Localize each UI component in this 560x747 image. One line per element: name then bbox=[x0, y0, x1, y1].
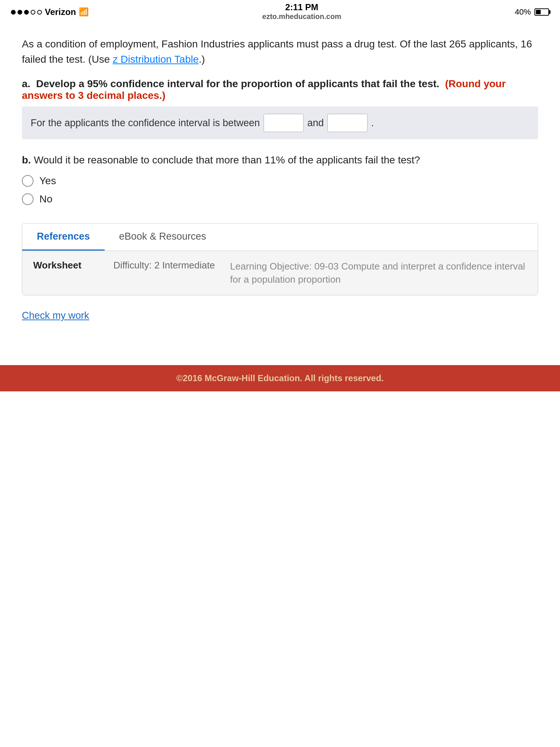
part-b: b. Would it be reasonable to conclude th… bbox=[22, 152, 538, 205]
part-b-text: b. Would it be reasonable to conclude th… bbox=[22, 152, 538, 168]
footer-text: ©2016 McGraw-Hill Education. All rights … bbox=[176, 373, 384, 383]
radio-no-option[interactable]: No bbox=[22, 193, 538, 205]
radio-yes-label: Yes bbox=[39, 175, 56, 187]
answer-row: For the applicants the confidence interv… bbox=[22, 107, 538, 139]
signal-dot-4 bbox=[31, 10, 35, 15]
signal-dot-3 bbox=[24, 10, 29, 15]
answer-and: and bbox=[307, 117, 324, 129]
signal-dot-2 bbox=[18, 10, 22, 15]
radio-yes-button[interactable] bbox=[22, 175, 34, 187]
wifi-icon: 📶 bbox=[79, 7, 89, 17]
status-center: 2:11 PM ezto.mheducation.com bbox=[262, 2, 341, 22]
intro-end: .) bbox=[199, 54, 205, 65]
z-distribution-link[interactable]: z Distribution Table bbox=[113, 54, 199, 65]
part-a: a. Develop a 95% confidence interval for… bbox=[22, 78, 538, 139]
battery-fill bbox=[536, 10, 541, 14]
tabs-bar: References eBook & Resources bbox=[22, 224, 538, 251]
url-display: ezto.mheducation.com bbox=[262, 12, 341, 22]
main-content: As a condition of employment, Fashion In… bbox=[0, 22, 560, 336]
answer-row-text: For the applicants the confidence interv… bbox=[31, 117, 260, 129]
check-work-link[interactable]: Check my work bbox=[22, 310, 89, 321]
worksheet-label: Worksheet bbox=[33, 260, 99, 271]
confidence-lower-input[interactable] bbox=[264, 114, 304, 132]
tab-content-references: Worksheet Difficulty: 2 Intermediate Lea… bbox=[22, 251, 538, 295]
battery-container bbox=[534, 8, 549, 16]
radio-no-label: No bbox=[39, 193, 52, 205]
worksheet-difficulty: Difficulty: 2 Intermediate bbox=[113, 260, 215, 271]
radio-yes-option[interactable]: Yes bbox=[22, 175, 538, 187]
tab-ebook[interactable]: eBook & Resources bbox=[105, 224, 221, 251]
signal-dot-1 bbox=[11, 10, 16, 15]
check-work: Check my work bbox=[22, 310, 538, 321]
question-intro: As a condition of employment, Fashion In… bbox=[22, 36, 538, 67]
signal-dot-5 bbox=[37, 10, 42, 15]
battery-icon bbox=[534, 8, 549, 16]
tab-references[interactable]: References bbox=[22, 224, 105, 251]
status-bar: Verizon 📶 2:11 PM ezto.mheducation.com 4… bbox=[0, 0, 560, 22]
references-section: References eBook & Resources Worksheet D… bbox=[22, 223, 538, 295]
intro-text: As a condition of employment, Fashion In… bbox=[22, 38, 532, 65]
part-a-label: a. Develop a 95% confidence interval for… bbox=[22, 78, 538, 101]
battery-percent: 40% bbox=[515, 7, 531, 17]
radio-no-button[interactable] bbox=[22, 193, 34, 205]
part-b-label: b. bbox=[22, 154, 31, 166]
worksheet-objective: Learning Objective: 09-03 Compute and in… bbox=[230, 260, 527, 286]
signal-dots bbox=[11, 10, 42, 15]
time-display: 2:11 PM bbox=[262, 2, 341, 12]
carrier-name: Verizon bbox=[45, 7, 76, 17]
footer: ©2016 McGraw-Hill Education. All rights … bbox=[0, 365, 560, 391]
status-right: 40% bbox=[515, 7, 549, 17]
worksheet-row: Worksheet Difficulty: 2 Intermediate Lea… bbox=[33, 260, 527, 286]
confidence-upper-input[interactable] bbox=[327, 114, 368, 132]
status-left: Verizon 📶 bbox=[11, 7, 89, 17]
answer-period: . bbox=[371, 117, 374, 129]
